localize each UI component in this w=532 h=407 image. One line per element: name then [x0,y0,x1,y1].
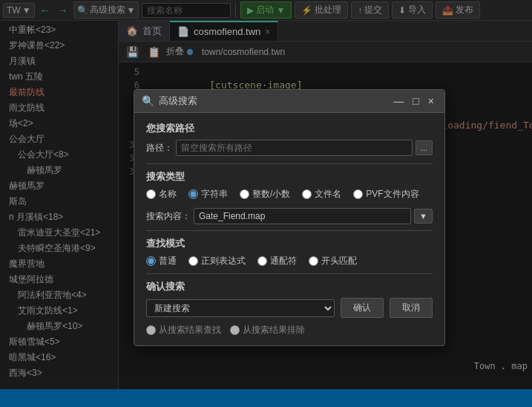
dialog-title-text: 高级搜索 [159,94,197,108]
path-section-label: 您搜索路径 [146,122,433,135]
radio-string[interactable]: 字符串 [188,188,228,201]
result-row: 从搜索结果查找 从搜索结果排除 [146,324,433,336]
radio-filename-label: 文件名 [315,188,341,201]
dialog-title-icon: 🔍 [142,95,154,107]
radio-string-label: 字符串 [201,188,228,201]
confirm-row: 新建搜索 确认 取消 [146,298,433,318]
confirm-section-label: 确认搜索 [146,280,433,293]
path-row: 路径： ... [146,140,433,156]
search-content-row: 搜索内容： ▼ [146,208,433,224]
result-exclude-label: 从搜索结果排除 [243,324,305,336]
path-input[interactable] [176,140,413,156]
radio-startswith[interactable]: 开头匹配 [309,255,357,267]
confirm-dropdown[interactable]: 新建搜索 [146,299,335,317]
radio-number-label: 整数/小数 [252,188,290,201]
result-from-label: 从搜索结果查找 [159,324,221,336]
radio-pvf[interactable]: PVF文件内容 [353,188,418,201]
search-type-section: 搜索类型 名称 字符串 整数/小数 [146,170,433,201]
radio-wildcard[interactable]: 通配符 [257,255,297,267]
dialog-titlebar: 🔍 高级搜索 — □ × [134,90,444,113]
radio-regex[interactable]: 正则表达式 [188,255,246,267]
mode-section-label: 查找模式 [146,237,433,250]
radio-regex-label: 正则表达式 [201,255,246,267]
dialog-maximize-button[interactable]: □ [410,95,421,107]
result-exclude-radio[interactable]: 从搜索结果排除 [230,324,305,336]
confirm-section: 确认搜索 新建搜索 确认 取消 从搜索结果查找 从搜索结果排除 [146,280,433,336]
radio-filename[interactable]: 文件名 [302,188,341,201]
divider-1 [146,163,433,164]
dialog-title: 🔍 高级搜索 [142,94,197,108]
search-content-input[interactable] [194,208,411,224]
radio-pvf-label: PVF文件内容 [366,188,418,201]
search-content-dropdown[interactable]: ▼ [414,209,433,224]
radio-name-label: 名称 [159,188,177,201]
dialog-close-button[interactable]: × [425,95,437,107]
search-type-label: 搜索类型 [146,170,433,183]
dialog-controls: — □ × [390,95,437,107]
radio-wildcard-label: 通配符 [270,255,297,267]
cancel-button[interactable]: 取消 [390,298,433,318]
path-label: 路径： [146,142,173,154]
mode-section: 查找模式 普通 正则表达式 通配符 [146,237,433,267]
radio-name[interactable]: 名称 [146,188,177,201]
advanced-search-dialog: 🔍 高级搜索 — □ × 您搜索路径 路径： ... [134,89,445,346]
mode-radio-row: 普通 正则表达式 通配符 开头匹配 [146,255,433,267]
divider-2 [146,230,433,231]
dialog-body: 您搜索路径 路径： ... 搜索类型 名称 [134,113,444,345]
radio-startswith-label: 开头匹配 [321,255,357,267]
search-type-radio-row: 名称 字符串 整数/小数 文件名 [146,188,433,201]
search-content-label: 搜索内容： [146,210,191,223]
radio-normal-label: 普通 [159,255,177,267]
path-section: 您搜索路径 路径： ... [146,122,433,156]
radio-normal[interactable]: 普通 [146,255,177,267]
modal-overlay: 🔍 高级搜索 — □ × 您搜索路径 路径： ... [0,0,532,407]
divider-3 [146,273,433,274]
dialog-minimize-button[interactable]: — [390,95,407,107]
result-from-radio[interactable]: 从搜索结果查找 [146,324,221,336]
radio-number[interactable]: 整数/小数 [240,188,290,201]
confirm-button[interactable]: 确认 [341,298,384,318]
path-browse-button[interactable]: ... [416,140,433,155]
